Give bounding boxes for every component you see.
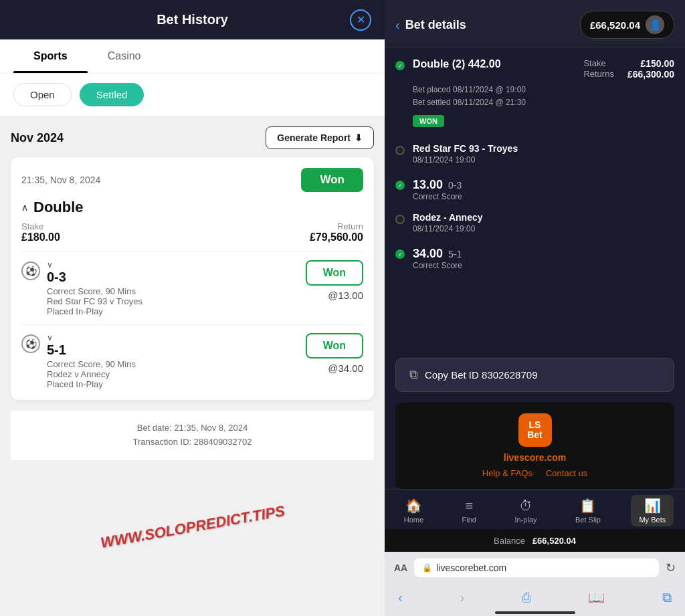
chevron-down-icon-1: ∨ [47,260,53,270]
match-date-1: 08/11/2024 19:00 [413,155,674,165]
left-header: Bet History ✕ [0,0,385,39]
nav-item-betslip[interactable]: 📋 Bet Slip [567,495,609,526]
check-dot-1: ✓ [395,181,405,190]
double-title: Double (2) 442.00 [413,58,501,70]
footer-line2: Transaction ID: 288409032702 [21,435,363,449]
ls-logo: LS Bet [518,413,552,447]
browser-back-button[interactable]: ‹ [398,590,403,605]
browser-tabs-button[interactable]: ⧉ [662,590,672,605]
nav-item-home[interactable]: 🏠 Home [396,495,431,526]
timeline-score-2: ✓ 34.00 5-1 Correct Score [395,247,674,270]
mybets-icon: 📊 [644,498,661,514]
stake-amount-right: £150.00 [640,58,674,69]
odds-text-1: @13.00 [328,290,363,301]
chevron-up-icon: ∧ [21,202,28,213]
stake-amount: £180.00 [21,231,60,243]
score-text-1: 0-3 [47,270,142,285]
nav-label-betslip: Bet Slip [575,516,601,524]
selection-details-1: ∨ 0-3 Correct Score, 90 Mins Red Star FC… [47,260,142,316]
lock-icon: 🔒 [422,563,432,573]
browser-forward-button[interactable]: › [460,590,465,605]
returns-label-right: Returns [583,69,614,80]
selection-row-2: ⚽ ∨ 5-1 Correct Score, 90 Mins Rodez v A… [21,333,363,389]
tab-casino[interactable]: Casino [88,39,161,73]
selection-left-2: ⚽ ∨ 5-1 Correct Score, 90 Mins Rodez v A… [21,333,136,389]
browser-share-button[interactable]: ⎙ [522,590,530,605]
result-1: 0-3 [448,180,462,191]
match-name-2: Rodez - Annecy [413,212,674,223]
nav-label-find: Find [462,516,476,524]
right-title: Bet details [405,18,580,32]
filter-open[interactable]: Open [13,83,72,106]
market-text-1: Correct Score, 90 Mins [47,286,142,296]
bet-type-label: Double [33,199,84,216]
browser-url-box[interactable]: 🔒 livescorebet.com [414,558,659,577]
match-text-2: Rodez v Annecy [47,369,136,379]
soccer-icon-1: ⚽ [21,262,40,280]
livescore-url: livescore.com [406,452,664,463]
timeline-dot-1 [395,146,405,155]
check-dot-2: ✓ [395,249,405,259]
tab-sports[interactable]: Sports [13,39,88,73]
nav-label-mybets: My Bets [639,516,666,524]
page-title: Bet History [157,12,228,27]
score-row-2: 34.00 5-1 [413,247,674,261]
month-label: Nov 2024 [11,131,64,145]
browser-bookmarks-button[interactable]: 📖 [588,589,605,605]
contact-us-link[interactable]: Contact us [546,468,587,478]
score-content-1: 13.00 0-3 Correct Score [413,178,674,201]
filter-settled[interactable]: Settled [80,83,144,106]
footer-info: Bet date: 21:35, Nov 8, 2024 Transaction… [11,411,374,460]
timeline-dot-2 [395,215,405,224]
close-icon: ✕ [357,13,365,26]
user-avatar: 👤 [646,15,664,34]
timeline-score-1: ✓ 13.00 0-3 Correct Score [395,178,674,201]
placed-text-1: Placed In-Play [47,306,142,316]
bet-dates: Bet placed 08/11/2024 @ 19:00 Bet settle… [413,84,674,109]
nav-item-find[interactable]: ≡ Find [454,496,484,526]
stake-label: Stake [21,221,60,231]
won-tag-right: WON [413,115,444,127]
right-header: ‹ Bet details £66,520.04 👤 [385,0,685,47]
score-text-2: 5-1 [47,342,136,358]
selection-right-1: Won @13.00 [306,260,363,301]
browser-aa[interactable]: AA [394,562,407,573]
reload-icon[interactable]: ↻ [666,560,676,575]
month-header: Nov 2024 Generate Report ⬇ [11,126,374,149]
market-label-2: Correct Score [413,261,674,270]
score-big-1: 13.00 [413,178,443,192]
odds-text-2: @34.00 [328,363,363,374]
placed-text-2: Placed In-Play [47,379,136,389]
won-badge-1: Won [306,260,363,286]
bet-card-header: 21:35, Nov 8, 2024 Won [21,168,363,192]
selection-right-2: Won @34.00 [306,333,363,374]
return-amount: £79,560.00 [310,231,363,243]
copy-bet-bar[interactable]: ⧉ Copy Bet ID 8302628709 [395,358,674,392]
timeline-content-1: Red Star FC 93 - Troyes 08/11/2024 19:00 [413,143,674,167]
generate-report-button[interactable]: Generate Report ⬇ [266,126,374,149]
match-date-2: 08/11/2024 19:00 [413,224,674,233]
betslip-icon: 📋 [579,498,596,514]
nav-label-home: Home [404,516,423,524]
check-icon-main: ✓ [395,61,405,70]
nav-item-mybets[interactable]: 📊 My Bets [631,495,674,526]
back-button[interactable]: ‹ [395,17,400,33]
left-panel: Bet History ✕ Sports Casino Open Settled… [0,0,385,616]
browser-url: livescorebet.com [436,562,506,573]
score-content-2: 34.00 5-1 Correct Score [413,247,674,270]
won-badge-main: Won [301,168,363,192]
content-area: Nov 2024 Generate Report ⬇ 21:35, Nov 8,… [0,116,385,616]
livescore-links: Help & FAQs Contact us [406,468,664,478]
timeline-content-2: Rodez - Annecy 08/11/2024 19:00 [413,212,674,236]
nav-label-inplay: In-play [515,516,537,524]
match-name-1: Red Star FC 93 - Troyes [413,143,674,154]
nav-item-inplay[interactable]: ⏱ In-play [507,496,545,526]
market-label-1: Correct Score [413,192,674,201]
returns-amount-right: £66,300.00 [627,69,674,80]
footer-line1: Bet date: 21:35, Nov 8, 2024 [21,421,363,435]
close-button[interactable]: ✕ [350,9,371,31]
livescore-section: LS Bet livescore.com Help & FAQs Contact… [395,403,674,489]
won-badge-2: Won [306,333,363,358]
help-faqs-link[interactable]: Help & FAQs [482,468,532,478]
score-row-1: 13.00 0-3 [413,178,674,192]
